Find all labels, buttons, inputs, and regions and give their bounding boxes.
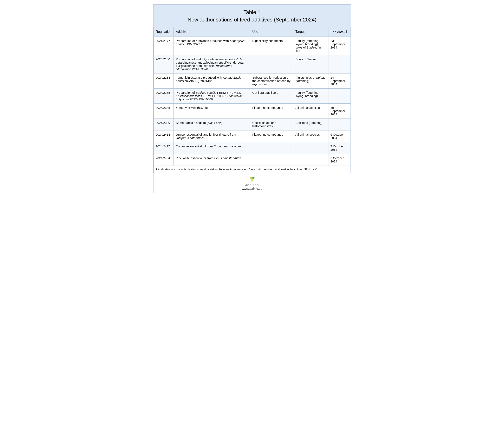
cell-regulation: 2024/2385	[154, 103, 174, 118]
cell-regulation: 2024/2177	[154, 37, 174, 55]
col-header-use: Use	[250, 27, 293, 37]
cell-regulation: 2024/2389	[154, 118, 174, 130]
footer-cell: AGRINFO www.agrinfo.eu	[154, 173, 350, 193]
cell-regulation: 2024/2184	[154, 73, 174, 88]
cell-target: Sows of Suidae	[293, 55, 329, 73]
cell-use: Coccidiostats and histomonostats	[250, 118, 293, 130]
cell-target: Poultry (fattening, laying, breeding), s…	[293, 37, 329, 55]
main-table-container: Table 1 New authorisations of feed addit…	[153, 4, 351, 193]
brand-name: AGRINFO	[245, 184, 259, 187]
table-row: 2024/2180 Preparation of endo-1,4-beta-x…	[154, 55, 350, 73]
cell-regulation: 2024/2427	[154, 142, 174, 154]
data-table: Regulation Additive Use Target End date[…	[154, 27, 351, 193]
col-header-additive: Additive	[174, 27, 250, 37]
cell-target: All animal species	[293, 130, 329, 142]
cell-target: Poultry (fattening, laying, breeding)	[293, 88, 329, 103]
table-row: 2024/2385 4-methyl-5-vinylthiazole Flavo…	[154, 103, 350, 118]
cell-target: Chickens (fattening)	[293, 118, 329, 130]
cell-use: Flavouring compounds	[250, 130, 293, 142]
cell-additive: 4-methyl-5-vinylthiazole	[174, 103, 250, 118]
cell-additive: Preparation of endo-1,4-beta-xylanase, e…	[174, 55, 250, 73]
cell-regulation: 2024/2180	[154, 55, 174, 73]
table-row: 2024/2427 Coriander essential oil from C…	[154, 142, 350, 154]
table-row: 2024/2184 Fumonisin esterase produced wi…	[154, 73, 350, 88]
cell-additive: Preparation of 6-phytase produced with A…	[174, 37, 250, 55]
cell-end-date	[328, 118, 350, 130]
cell-additive: Juniper essential oil and juniper tinctu…	[174, 130, 250, 142]
cell-end-date: 30 September 2034	[328, 103, 350, 118]
header-row: Regulation Additive Use Target End date[…	[154, 27, 350, 37]
cell-use	[250, 142, 293, 154]
table-row: 2024/2464 Pine white essential oil from …	[154, 154, 350, 166]
footer-url: www.agrinfo.eu	[242, 187, 262, 190]
cell-additive: Pine white essential oil from Pinus pina…	[174, 154, 250, 166]
cell-use: Substances for reduction of the contamin…	[250, 73, 293, 88]
cell-end-date: 3 October 2034	[328, 154, 350, 166]
cell-additive: Fumonisin esterase produced with Komagat…	[174, 73, 250, 88]
footnote-row: 1 Authorisations / reauthorisations rema…	[154, 166, 350, 173]
table-title-block: Table 1 New authorisations of feed addit…	[154, 4, 351, 27]
cell-additive: Coriander essential oil from Coriandrum …	[174, 142, 250, 154]
agrinfo-logo-icon	[248, 176, 256, 183]
table-row: 2024/2185 Preparation of Bacillus subtil…	[154, 88, 350, 103]
cell-use	[250, 55, 293, 73]
cell-regulation: 2024/2185	[154, 88, 174, 103]
table-row: 2024/2389 Semduramicin sodium (Aviax 5 %…	[154, 118, 350, 130]
cell-target: All animal species	[293, 103, 329, 118]
cell-use: Gut flora stabilisers	[250, 88, 293, 103]
cell-use: Flavouring compounds	[250, 103, 293, 118]
col-header-target: Target	[293, 27, 329, 37]
cell-regulation: 2024/2414	[154, 130, 174, 142]
col-header-regulation: Regulation	[154, 27, 174, 37]
table-row: 2024/2177 Preparation of 6-phytase produ…	[154, 37, 350, 55]
cell-target: Piglets, pigs of Suidae (fattening)	[293, 73, 329, 88]
col-header-end-date: End date[1]	[328, 27, 350, 37]
cell-target	[293, 154, 329, 166]
cell-use	[250, 154, 293, 166]
cell-target	[293, 142, 329, 154]
table-row: 2024/2414 Juniper essential oil and juni…	[154, 130, 350, 142]
cell-end-date: 23 September 2034	[328, 37, 350, 55]
footnote-text: 1 Authorisations / reauthorisations rema…	[154, 166, 350, 173]
cell-end-date: 6 October 2034	[328, 130, 350, 142]
cell-end-date: 24 September 2034	[328, 73, 350, 88]
cell-end-date	[328, 88, 350, 103]
logo-area: AGRINFO www.agrinfo.eu	[156, 176, 348, 190]
cell-end-date: 7 October 2034	[328, 142, 350, 154]
footer-row: AGRINFO www.agrinfo.eu	[154, 173, 350, 193]
cell-regulation: 2024/2464	[154, 154, 174, 166]
cell-additive: Preparation of Bacillus subtilis FERM BP…	[174, 88, 250, 103]
table-title: Table 1 New authorisations of feed addit…	[157, 9, 348, 23]
cell-end-date	[328, 55, 350, 73]
cell-use: Digestibility enhancers	[250, 37, 293, 55]
cell-additive: Semduramicin sodium (Aviax 5 %)	[174, 118, 250, 130]
